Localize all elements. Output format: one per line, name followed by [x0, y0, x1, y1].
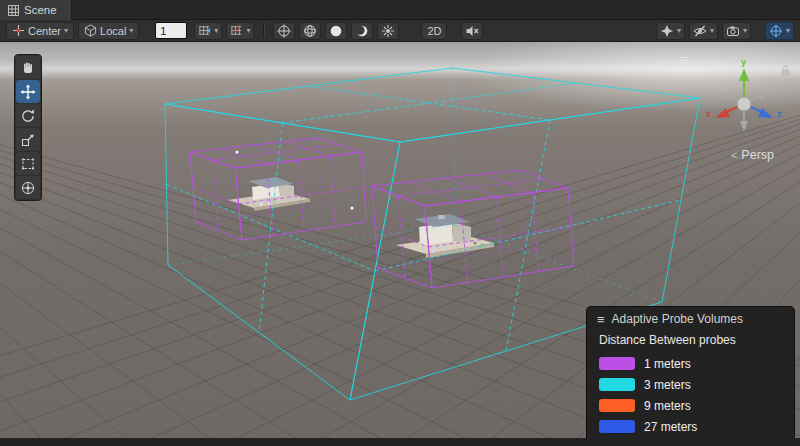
chevron-down-icon: ▾ — [214, 27, 218, 35]
lighting-toggle-button[interactable] — [325, 22, 347, 40]
2d-toggle-button[interactable]: 2D — [421, 22, 447, 40]
draw-mode-button[interactable] — [299, 22, 321, 40]
rotate-tool-button[interactable] — [16, 104, 40, 127]
flare-icon — [381, 24, 395, 38]
tool-handle-icon — [12, 24, 25, 37]
chevron-left-icon: < — [731, 149, 737, 161]
scene-toolbar: Center ▾ Local ▾ ▾ ▾ — [0, 20, 800, 42]
transform-tool-button[interactable] — [16, 176, 40, 199]
legend-swatch-3m — [599, 378, 635, 391]
adaptive-probe-volumes-panel: ≡ Adaptive Probe Volumes Distance Betwee… — [586, 306, 795, 446]
2d-label: 2D — [427, 25, 441, 37]
moon-icon — [355, 24, 369, 38]
projection-toggle[interactable]: < Persp — [731, 148, 774, 162]
orientation-gizmo[interactable]: y x z — [702, 56, 786, 144]
view-tool-button[interactable] — [16, 56, 40, 79]
pivot-mode-label: Center — [28, 25, 61, 37]
toolbar-separator — [263, 23, 264, 38]
gizmo-center-ball[interactable] — [737, 97, 751, 111]
rect-tool-icon — [20, 156, 36, 172]
camera-icon — [726, 24, 740, 38]
legend-row: 3 meters — [587, 374, 794, 395]
sparkle-icon — [660, 24, 674, 38]
eye-slash-icon — [693, 24, 707, 38]
rotate-icon — [20, 108, 36, 124]
chevron-down-icon: ▾ — [129, 27, 133, 35]
gizmo-axis-z-label: z — [777, 109, 782, 119]
legend-row: 27 meters — [587, 416, 794, 437]
legend-swatch-27m — [599, 420, 635, 433]
tab-scene[interactable]: Scene — [0, 0, 72, 20]
y-axis-cone[interactable] — [739, 68, 749, 81]
z-axis-cone[interactable] — [758, 108, 773, 118]
gizmo-axis-x-label: x — [706, 109, 711, 119]
neg-z-axis-cone[interactable] — [718, 92, 730, 100]
skybox-toggle-button[interactable] — [351, 22, 373, 40]
chevron-down-icon: ▾ — [786, 27, 790, 35]
chevron-down-icon: ▾ — [743, 27, 747, 35]
panel-menu-icon[interactable]: ≡ — [597, 312, 605, 327]
move-icon — [20, 84, 36, 100]
unity-scene-window: Scene Center ▾ Local ▾ ▾ — [0, 0, 800, 446]
tab-bar: Scene — [0, 0, 800, 20]
snap-increment-field[interactable] — [155, 22, 187, 39]
crosshair-circle-icon — [277, 24, 291, 38]
handle-orientation-label: Local — [100, 25, 126, 37]
rect-tool-button[interactable] — [16, 152, 40, 175]
legend-label-1m: 1 meters — [644, 357, 691, 371]
neg-x-axis-cone[interactable] — [758, 92, 770, 100]
cube-icon — [84, 24, 97, 37]
effects-dropdown[interactable]: ▾ — [656, 22, 685, 40]
neg-y-axis-cone[interactable] — [740, 121, 748, 131]
chevron-down-icon: ▾ — [64, 27, 68, 35]
window-bottom-edge — [0, 438, 800, 446]
grid-axis-icon — [230, 24, 243, 37]
scene-viewport[interactable]: ≡ y x z < Persp — [0, 42, 800, 438]
legend-swatch-9m — [599, 399, 635, 412]
apv-panel-title: Adaptive Probe Volumes — [612, 312, 743, 326]
apv-panel-subtitle: Distance Between probes — [587, 331, 794, 353]
scene-grid-icon — [8, 5, 19, 16]
scene-camera-settings-dropdown[interactable]: ▾ — [765, 22, 794, 40]
tools-palette — [14, 54, 42, 201]
legend-swatch-1m — [599, 357, 635, 370]
speaker-muted-icon — [465, 24, 479, 38]
pivot-mode-dropdown[interactable]: Center ▾ — [6, 22, 74, 40]
chevron-down-icon: ▾ — [710, 27, 714, 35]
legend-label-3m: 3 meters — [644, 378, 691, 392]
blue-gizmo-icon — [769, 24, 783, 38]
scale-tool-button[interactable] — [16, 128, 40, 151]
hand-icon — [20, 60, 36, 76]
chevron-down-icon: ▾ — [246, 27, 250, 35]
legend-label-27m: 27 meters — [644, 420, 697, 434]
handle-orientation-dropdown[interactable]: Local ▾ — [78, 22, 139, 40]
legend-row: 1 meters — [587, 353, 794, 374]
grid-snap-dropdown[interactable]: ▾ — [194, 22, 222, 40]
grid-snap-icon — [198, 24, 211, 37]
gizmo-axis-y-label: y — [741, 57, 746, 67]
grid-visibility-dropdown[interactable]: ▾ — [226, 22, 254, 40]
legend-label-9m: 9 meters — [644, 399, 691, 413]
scene-visibility-dropdown[interactable]: ▾ — [689, 22, 718, 40]
apv-panel-header[interactable]: ≡ Adaptive Probe Volumes — [587, 307, 794, 331]
projection-label: Persp — [741, 148, 774, 162]
audio-toggle-button[interactable] — [461, 22, 483, 40]
gizmos-toggle-button[interactable] — [273, 22, 295, 40]
legend-row: 9 meters — [587, 395, 794, 416]
overlay-menu-handle[interactable]: ≡ — [680, 52, 689, 67]
camera-overlay-dropdown[interactable]: ▾ — [722, 22, 751, 40]
flare-toggle-button[interactable] — [377, 22, 399, 40]
move-tool-button[interactable] — [16, 80, 40, 103]
shaded-sphere-icon — [303, 24, 317, 38]
transform-icon — [20, 180, 36, 196]
light-circle-icon — [329, 24, 343, 38]
x-axis-cone[interactable] — [715, 108, 730, 118]
scale-icon — [20, 132, 36, 148]
chevron-down-icon: ▾ — [677, 27, 681, 35]
tab-title: Scene — [24, 4, 57, 16]
